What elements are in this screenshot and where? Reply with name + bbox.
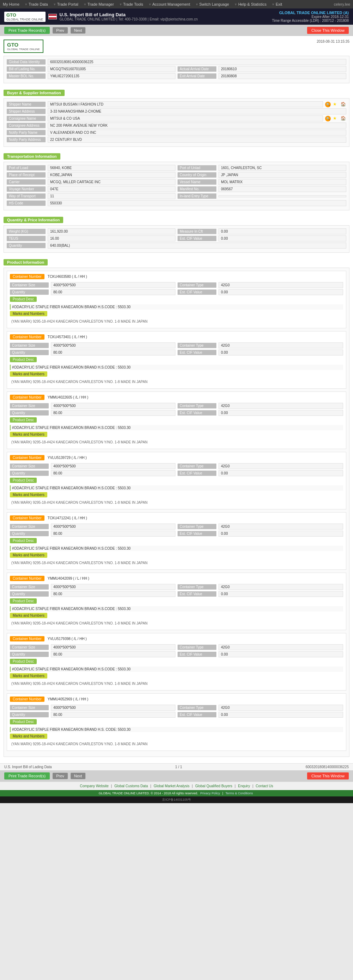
place-of-receipt-label: Place of Receipt — [7, 172, 46, 178]
product-desc-tag: Product Desc — [10, 478, 37, 483]
container-type-value: 42G0 — [218, 463, 343, 469]
container-qty-row: Quantity 80.00 Est. CIF Value 0.00 — [10, 531, 343, 536]
bottom-prev-button[interactable]: Prev — [52, 773, 68, 779]
star-shipper-icon[interactable]: ★ — [333, 102, 339, 107]
shipper-name-row: Shipper Name MITSUI BUSSAN I FASHION LTD… — [7, 101, 346, 107]
bottom-close-button[interactable]: Close This Window — [307, 772, 349, 780]
gto-logo-text: GTO — [7, 41, 40, 48]
top-action-bar: Print Trade Record(s) Prev Next Close Th… — [0, 25, 353, 36]
quantity-label: Quantity — [7, 243, 46, 248]
container-type-label: Container Type — [178, 705, 216, 710]
record-timestamp: 2018-08-31 13:15:35 — [316, 40, 350, 43]
terms-conditions-link[interactable]: Terms & Conditions — [226, 791, 253, 795]
beian-bar: 京ICP备14031105号 — [0, 796, 353, 803]
global-data-identity-value: 6003201808140000036225 — [48, 59, 346, 65]
product-desc-text: #ODACRYLIC STAPLE FIBER KANECARON BRAND … — [10, 304, 343, 310]
container-number-value: YMMU4042099 ( / L / HH ) — [48, 576, 89, 581]
teus-row: TEUS 16.00 Est. CIF Value 0.00 — [7, 235, 346, 242]
nav-switch-language[interactable]: Switch Language — [199, 2, 229, 6]
container-qty-value: 80.00 — [51, 289, 175, 295]
bottom-next-button[interactable]: Next — [71, 773, 86, 779]
footer-link-customs[interactable]: Global Customs Data — [114, 784, 148, 788]
container-number-tag: Container Number — [10, 697, 45, 702]
privacy-policy-link[interactable]: Privacy Policy — [200, 791, 220, 795]
bottom-print-button[interactable]: Print Trade Record(s) — [4, 772, 50, 780]
product-desc-text: #ODACRYLIC STAPLE FIBER KANECARON BRAND … — [10, 485, 343, 491]
hs-code-label: HS Code — [7, 200, 46, 206]
container-qty-row: Quantity 80.00 Est. CIF Value 0.00 — [10, 350, 343, 355]
weight-label: Weight (KG) — [7, 229, 46, 234]
container-qty-value: 80.00 — [51, 470, 175, 476]
container-type-value: 42G0 — [218, 523, 343, 530]
buyer-supplier-block: Shipper Name MITSUI BUSSAN I FASHION LTD… — [3, 98, 350, 147]
footer-record-id: 6003201808140000036225 — [306, 765, 349, 769]
footer-link-buyers[interactable]: Global Qualified Buyers — [195, 784, 232, 788]
est-cif-value-label: Est. CIF Value — [178, 236, 216, 241]
container-qty-row: Quantity 80.00 Est. CIF Value 0.00 — [10, 289, 343, 295]
container-number-tag: Container Number — [10, 395, 45, 400]
container-qty-label: Quantity — [10, 591, 49, 597]
quantity-price-header: Quantity & Price Information — [3, 217, 63, 223]
footer-link-company[interactable]: Company Website — [80, 784, 109, 788]
carrier-row: Carrier MCGQ, MILLER CARTAGE INC Vessel … — [7, 179, 346, 185]
bill-of-lading-row: Bill of Lading No. MCGQTNS160701005 Actu… — [7, 66, 346, 72]
weight-row: Weight (KG) 161,920.00 Measure In Cft 0.… — [7, 228, 346, 234]
marks-numbers-tag: Marks and Numbers — [10, 311, 47, 316]
footer-link-market[interactable]: Global Market Analysis — [154, 784, 189, 788]
buyer-supplier-header: Buyer & Supplier Information — [3, 90, 65, 96]
content-logo: GTO GLOBAL TRADE ONLINE — [3, 40, 43, 53]
footer-link-contact[interactable]: Contact Us — [256, 784, 273, 788]
search-shipper-icon[interactable]: 🔍 — [325, 102, 331, 107]
place-of-receipt-value: KOBE,JAPAN — [48, 172, 175, 178]
record-id-block: Global Data Identity 6003201808140000036… — [3, 56, 350, 83]
measure-in-cft-label: Measure In Cft — [178, 229, 216, 234]
nav-trade-portal[interactable]: Trade Portal — [57, 2, 78, 6]
container-size-label: Container Size — [10, 343, 49, 348]
close-button[interactable]: Close This Window — [307, 27, 349, 34]
container-cif-label: Est. CIF Value — [178, 290, 216, 295]
container-type-value: 42G0 — [218, 644, 343, 650]
nav-exit[interactable]: Exit — [276, 2, 282, 6]
container-size-value: 4000*500*500 — [51, 403, 175, 409]
container-size-value: 4000*500*500 — [51, 282, 175, 288]
container-type-value: 42G0 — [218, 403, 343, 409]
container-qty-value: 80.00 — [51, 712, 175, 718]
footer-link-enquiry[interactable]: Enquiry — [238, 784, 250, 788]
shipper-name-label: Shipper Name — [7, 102, 46, 107]
beian-text: 京ICP备14031105号 — [162, 798, 191, 801]
product-desc-text: #ODACRYLIC STAPLE FIBER KANECARON BRAND … — [10, 365, 343, 370]
carrier-value: MCGQ, MILLER CARTAGE INC — [48, 179, 175, 185]
nav-trade-data[interactable]: Trade Data — [29, 2, 48, 6]
container-number-value: YMMU4052969 ( /L / HH ) — [48, 697, 88, 701]
container-block-8: Container Number YMMU4052969 ( /L / HH )… — [7, 694, 346, 751]
nav-help-statistics[interactable]: Help & Statistics — [238, 2, 267, 6]
product-desc-tag: Product Desc — [10, 659, 37, 664]
quantity-value: 640.00(BAL) — [48, 243, 346, 248]
global-data-identity-label: Global Data Identity — [7, 59, 46, 65]
nav-trade-tools[interactable]: Trade Tools — [123, 2, 143, 6]
container-qty-value: 80.00 — [51, 651, 175, 657]
nav-account-management[interactable]: Account Management — [153, 2, 190, 6]
container-cif-value: 0.00 — [218, 712, 343, 718]
nav-trade-manager[interactable]: Trade Manager — [87, 2, 114, 6]
consignee-address-value: NC 200 PARK AVENUE NEW YORK — [48, 123, 346, 129]
star-consignee-icon[interactable]: ★ — [333, 116, 339, 121]
nav-home[interactable]: My Home — [3, 2, 19, 6]
marks-numbers-text: (YAN MARK) 9295-18-#424 KANECARON CHARLE… — [10, 741, 343, 747]
container-qty-label: Quantity — [10, 290, 49, 295]
container-cif-value: 0.00 — [218, 470, 343, 476]
marks-numbers-tag: Marks and Numbers — [10, 613, 47, 618]
consignee-address-row: Consignee Address NC 200 PARK AVENUE NEW… — [7, 123, 346, 129]
print-button[interactable]: Print Trade Record(s) — [4, 27, 50, 34]
next-button[interactable]: Next — [71, 27, 86, 33]
container-type-value: 42G0 — [218, 584, 343, 590]
exit-arrival-date-label: Exit Arrival Date — [178, 73, 216, 79]
container-number-value: YMMU4022605 ( /L / HH ) — [48, 395, 88, 399]
home-consignee-icon[interactable]: 🏠 — [341, 116, 346, 121]
search-consignee-icon[interactable]: 🔍 — [325, 116, 331, 121]
hs-code-row: HS Code 550330 — [7, 200, 346, 206]
prev-button[interactable]: Prev — [52, 27, 68, 33]
container-qty-value: 80.00 — [51, 531, 175, 536]
home-shipper-icon[interactable]: 🏠 — [341, 102, 346, 107]
voyage-number-label: Voyage Number — [7, 186, 46, 192]
